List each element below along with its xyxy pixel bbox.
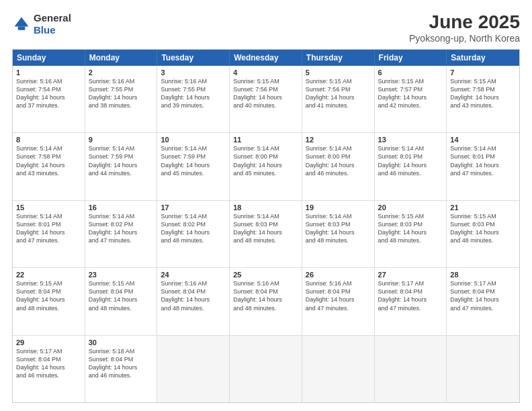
calendar-cell: 21Sunrise: 5:15 AM Sunset: 8:03 PM Dayli… [447,201,519,267]
cell-info: Sunrise: 5:16 AM Sunset: 7:55 PM Dayligh… [89,77,154,110]
header-day-tuesday: Tuesday [157,50,230,66]
cell-info: Sunrise: 5:14 AM Sunset: 8:02 PM Dayligh… [89,212,154,245]
day-number: 17 [161,203,226,212]
calendar-cell: 29Sunrise: 5:17 AM Sunset: 8:04 PM Dayli… [13,336,85,402]
calendar-cell: 15Sunrise: 5:14 AM Sunset: 8:01 PM Dayli… [13,201,85,267]
calendar-cell: 14Sunrise: 5:14 AM Sunset: 8:01 PM Dayli… [447,133,519,199]
calendar-cell: 11Sunrise: 5:14 AM Sunset: 8:00 PM Dayli… [230,133,302,199]
cell-info: Sunrise: 5:17 AM Sunset: 8:04 PM Dayligh… [450,279,516,312]
calendar-cell: 1Sunrise: 5:16 AM Sunset: 7:54 PM Daylig… [13,66,85,132]
calendar-body: 1Sunrise: 5:16 AM Sunset: 7:54 PM Daylig… [13,66,519,402]
day-number: 14 [450,136,516,144]
cell-info: Sunrise: 5:18 AM Sunset: 8:04 PM Dayligh… [89,347,154,380]
day-number: 13 [378,136,443,144]
cell-info: Sunrise: 5:16 AM Sunset: 8:04 PM Dayligh… [306,279,371,312]
day-number: 30 [89,338,154,347]
svg-rect-1 [18,27,26,30]
calendar-row-3: 15Sunrise: 5:14 AM Sunset: 8:01 PM Dayli… [13,200,519,267]
cell-info: Sunrise: 5:14 AM Sunset: 8:03 PM Dayligh… [306,212,371,245]
calendar-cell: 3Sunrise: 5:16 AM Sunset: 7:55 PM Daylig… [157,66,230,132]
day-number: 10 [161,136,226,144]
day-number: 12 [306,136,371,144]
month-year-title: June 2025 [409,12,520,33]
day-number: 26 [306,271,371,279]
calendar-cell: 18Sunrise: 5:14 AM Sunset: 8:03 PM Dayli… [230,201,302,267]
logo-text: General Blue [34,12,71,36]
cell-info: Sunrise: 5:14 AM Sunset: 8:01 PM Dayligh… [378,144,443,177]
day-number: 4 [233,68,298,77]
calendar-cell [302,336,375,402]
day-number: 18 [233,203,298,212]
calendar-cell: 28Sunrise: 5:17 AM Sunset: 8:04 PM Dayli… [447,268,519,334]
cell-info: Sunrise: 5:15 AM Sunset: 7:58 PM Dayligh… [450,77,516,110]
cell-info: Sunrise: 5:14 AM Sunset: 7:59 PM Dayligh… [89,144,154,177]
calendar-cell: 17Sunrise: 5:14 AM Sunset: 8:02 PM Dayli… [157,201,230,267]
calendar-cell: 25Sunrise: 5:16 AM Sunset: 8:04 PM Dayli… [230,268,302,334]
calendar-cell: 20Sunrise: 5:15 AM Sunset: 8:03 PM Dayli… [375,201,447,267]
calendar: SundayMondayTuesdayWednesdayThursdayFrid… [12,49,520,403]
cell-info: Sunrise: 5:16 AM Sunset: 8:04 PM Dayligh… [233,279,298,312]
calendar-cell [230,336,302,402]
day-number: 23 [89,271,154,279]
calendar-cell: 4Sunrise: 5:15 AM Sunset: 7:56 PM Daylig… [230,66,302,132]
calendar-cell: 16Sunrise: 5:14 AM Sunset: 8:02 PM Dayli… [85,201,158,267]
cell-info: Sunrise: 5:16 AM Sunset: 8:04 PM Dayligh… [161,279,226,312]
day-number: 1 [16,68,81,77]
calendar-header: SundayMondayTuesdayWednesdayThursdayFrid… [13,50,519,66]
calendar-cell: 19Sunrise: 5:14 AM Sunset: 8:03 PM Dayli… [302,201,375,267]
logo-general: General [34,12,71,24]
calendar-cell [447,336,519,402]
calendar-cell: 12Sunrise: 5:14 AM Sunset: 8:00 PM Dayli… [302,133,375,199]
day-number: 5 [306,68,371,77]
header-day-thursday: Thursday [302,50,375,66]
cell-info: Sunrise: 5:14 AM Sunset: 7:59 PM Dayligh… [161,144,226,177]
header-day-sunday: Sunday [13,50,85,66]
cell-info: Sunrise: 5:14 AM Sunset: 8:01 PM Dayligh… [16,212,81,245]
calendar-cell: 13Sunrise: 5:14 AM Sunset: 8:01 PM Dayli… [375,133,447,199]
location-label: Pyoksong-up, North Korea [409,33,520,44]
calendar-row-5: 29Sunrise: 5:17 AM Sunset: 8:04 PM Dayli… [13,335,519,402]
day-number: 15 [16,203,81,212]
cell-info: Sunrise: 5:14 AM Sunset: 8:03 PM Dayligh… [233,212,298,245]
calendar-cell: 24Sunrise: 5:16 AM Sunset: 8:04 PM Dayli… [157,268,230,334]
logo-icon [12,15,31,34]
header-day-wednesday: Wednesday [230,50,302,66]
cell-info: Sunrise: 5:15 AM Sunset: 8:03 PM Dayligh… [378,212,443,245]
day-number: 7 [450,68,516,77]
cell-info: Sunrise: 5:15 AM Sunset: 8:04 PM Dayligh… [89,279,154,312]
day-number: 25 [233,271,298,279]
calendar-cell: 5Sunrise: 5:15 AM Sunset: 7:56 PM Daylig… [302,66,375,132]
header: General Blue June 2025 Pyoksong-up, Nort… [12,12,520,44]
calendar-row-4: 22Sunrise: 5:15 AM Sunset: 8:04 PM Dayli… [13,267,519,334]
cell-info: Sunrise: 5:17 AM Sunset: 8:04 PM Dayligh… [16,347,81,380]
cell-info: Sunrise: 5:14 AM Sunset: 8:00 PM Dayligh… [306,144,371,177]
cell-info: Sunrise: 5:16 AM Sunset: 7:55 PM Dayligh… [161,77,226,110]
calendar-cell: 7Sunrise: 5:15 AM Sunset: 7:58 PM Daylig… [447,66,519,132]
day-number: 8 [16,136,81,144]
day-number: 9 [89,136,154,144]
calendar-row-2: 8Sunrise: 5:14 AM Sunset: 7:58 PM Daylig… [13,132,519,199]
cell-info: Sunrise: 5:15 AM Sunset: 7:57 PM Dayligh… [378,77,443,110]
calendar-cell: 23Sunrise: 5:15 AM Sunset: 8:04 PM Dayli… [85,268,158,334]
day-number: 21 [450,203,516,212]
calendar-row-1: 1Sunrise: 5:16 AM Sunset: 7:54 PM Daylig… [13,66,519,132]
header-day-saturday: Saturday [447,50,519,66]
cell-info: Sunrise: 5:15 AM Sunset: 8:04 PM Dayligh… [16,279,81,312]
calendar-cell: 27Sunrise: 5:17 AM Sunset: 8:04 PM Dayli… [375,268,447,334]
calendar-cell: 10Sunrise: 5:14 AM Sunset: 7:59 PM Dayli… [157,133,230,199]
day-number: 2 [89,68,154,77]
cell-info: Sunrise: 5:15 AM Sunset: 7:56 PM Dayligh… [233,77,298,110]
calendar-cell: 22Sunrise: 5:15 AM Sunset: 8:04 PM Dayli… [13,268,85,334]
day-number: 22 [16,271,81,279]
header-day-friday: Friday [375,50,447,66]
day-number: 24 [161,271,226,279]
calendar-cell: 2Sunrise: 5:16 AM Sunset: 7:55 PM Daylig… [85,66,158,132]
day-number: 11 [233,136,298,144]
cell-info: Sunrise: 5:14 AM Sunset: 8:00 PM Dayligh… [233,144,298,177]
calendar-cell: 30Sunrise: 5:18 AM Sunset: 8:04 PM Dayli… [85,336,158,402]
calendar-cell [375,336,447,402]
cell-info: Sunrise: 5:15 AM Sunset: 8:03 PM Dayligh… [450,212,516,245]
header-day-monday: Monday [85,50,158,66]
day-number: 29 [16,338,81,347]
cell-info: Sunrise: 5:17 AM Sunset: 8:04 PM Dayligh… [378,279,443,312]
